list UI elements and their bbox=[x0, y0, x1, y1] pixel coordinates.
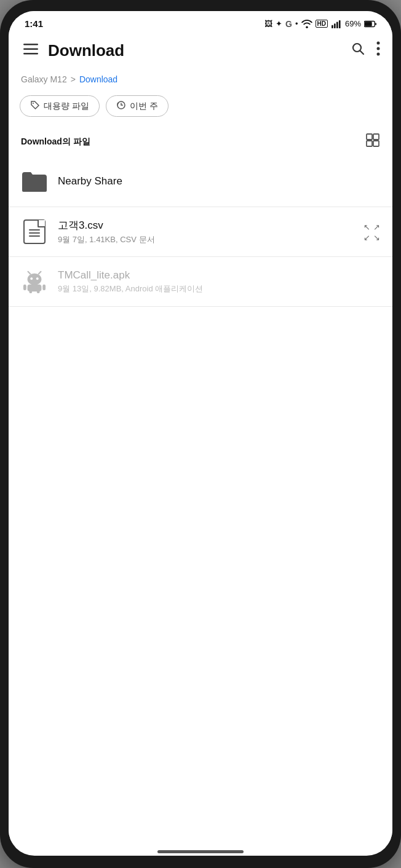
filter-large-files[interactable]: 대용량 파일 bbox=[20, 95, 100, 117]
breadcrumb-current[interactable]: Download bbox=[79, 74, 117, 84]
breadcrumb-parent[interactable]: Galaxy M12 bbox=[21, 74, 67, 84]
arrow-se: ↘ bbox=[373, 234, 380, 242]
svg-point-13 bbox=[377, 47, 380, 50]
svg-rect-2 bbox=[336, 22, 338, 28]
apk-file-icon bbox=[23, 270, 46, 293]
svg-rect-3 bbox=[339, 20, 341, 28]
svg-rect-29 bbox=[42, 285, 46, 291]
file-item-apk[interactable]: TMCall_lite.apk 9월 13일, 9.82MB, Android … bbox=[9, 257, 392, 307]
notification-icon: 🖼 bbox=[264, 19, 272, 28]
csv-file-icon bbox=[23, 219, 46, 244]
phone-shell: 1:41 🖼 ✦ G • HD bbox=[0, 0, 401, 868]
folder-info: Nearby Share bbox=[58, 175, 380, 189]
status-bar: 1:41 🖼 ✦ G • HD bbox=[9, 11, 392, 34]
section-title: Download의 파일 bbox=[21, 136, 90, 148]
arrow-ne: ↗ bbox=[373, 223, 380, 231]
svg-rect-7 bbox=[23, 44, 38, 45]
status-icons: 🖼 ✦ G • HD 69% bbox=[264, 19, 376, 29]
apk-file-name: TMCall_lite.apk bbox=[58, 269, 380, 282]
wifi-icon bbox=[301, 20, 312, 28]
svg-point-23 bbox=[30, 277, 33, 280]
csv-file-name: 고객3.csv bbox=[58, 218, 353, 232]
app-bar: Download bbox=[9, 34, 392, 69]
svg-line-26 bbox=[39, 272, 41, 274]
file-list: Nearby Share 고객3.csv 9월 7일, 1 bbox=[9, 157, 392, 843]
svg-rect-0 bbox=[332, 25, 333, 28]
svg-point-15 bbox=[33, 103, 34, 104]
svg-point-14 bbox=[377, 53, 380, 56]
signal-icon bbox=[331, 20, 342, 28]
page-title: Download bbox=[48, 41, 348, 60]
menu-button[interactable] bbox=[18, 40, 43, 61]
dot-icon: • bbox=[295, 19, 298, 28]
svg-line-25 bbox=[28, 272, 31, 274]
svg-rect-6 bbox=[375, 23, 376, 25]
svg-rect-5 bbox=[365, 22, 372, 26]
battery-level: 69% bbox=[345, 19, 361, 28]
apk-file-meta: 9월 13일, 9.82MB, Android 애플리케이션 bbox=[58, 283, 380, 294]
svg-point-22 bbox=[28, 274, 42, 285]
svg-rect-9 bbox=[23, 53, 38, 55]
csv-icon-wrap bbox=[21, 218, 48, 245]
file-item-csv[interactable]: 고객3.csv 9월 7일, 1.41KB, CSV 문서 ↖ ↗ ↙ ↘ bbox=[9, 207, 392, 257]
svg-rect-18 bbox=[367, 134, 372, 140]
breadcrumb-chevron: > bbox=[71, 74, 76, 84]
folder-icon-wrap bbox=[21, 168, 48, 195]
folder-icon bbox=[21, 171, 48, 193]
history-icon bbox=[116, 100, 126, 112]
home-bar[interactable] bbox=[157, 850, 244, 853]
svg-rect-30 bbox=[29, 291, 32, 293]
tag-icon bbox=[30, 100, 40, 112]
svg-rect-21 bbox=[373, 141, 379, 146]
filter-large-files-label: 대용량 파일 bbox=[44, 101, 89, 112]
svg-point-24 bbox=[36, 277, 39, 280]
filter-this-week-label: 이번 주 bbox=[130, 101, 158, 112]
arrow-nw: ↖ bbox=[363, 223, 370, 231]
app-bar-actions bbox=[348, 39, 383, 62]
svg-rect-19 bbox=[373, 134, 379, 140]
svg-point-12 bbox=[377, 42, 380, 45]
csv-file-info: 고객3.csv 9월 7일, 1.41KB, CSV 문서 bbox=[58, 218, 353, 245]
section-header: Download의 파일 bbox=[9, 125, 392, 157]
apk-icon-wrap bbox=[21, 268, 48, 295]
svg-rect-31 bbox=[37, 291, 40, 293]
breadcrumb: Galaxy M12 > Download bbox=[9, 69, 392, 90]
svg-rect-20 bbox=[367, 141, 372, 146]
expand-button[interactable]: ↖ ↗ ↙ ↘ bbox=[363, 223, 380, 240]
star-icon: ✦ bbox=[276, 19, 282, 28]
filter-this-week[interactable]: 이번 주 bbox=[106, 95, 169, 117]
apk-file-info: TMCall_lite.apk 9월 13일, 9.82MB, Android … bbox=[58, 269, 380, 294]
svg-line-11 bbox=[360, 51, 364, 55]
svg-rect-28 bbox=[23, 285, 26, 291]
arrow-sw: ↙ bbox=[363, 234, 370, 242]
battery-icon bbox=[364, 20, 376, 28]
svg-rect-27 bbox=[28, 285, 42, 291]
svg-rect-8 bbox=[23, 49, 38, 50]
csv-file-meta: 9월 7일, 1.41KB, CSV 문서 bbox=[58, 234, 353, 245]
search-button[interactable] bbox=[348, 39, 368, 62]
filter-row: 대용량 파일 이번 주 bbox=[9, 90, 392, 125]
status-time: 1:41 bbox=[25, 18, 43, 29]
file-item-nearby-share[interactable]: Nearby Share bbox=[9, 157, 392, 207]
phone-screen: 1:41 🖼 ✦ G • HD bbox=[9, 11, 392, 856]
svg-rect-1 bbox=[334, 23, 336, 28]
google-icon: G bbox=[285, 19, 292, 29]
more-button[interactable] bbox=[374, 39, 383, 62]
folder-name: Nearby Share bbox=[58, 175, 380, 187]
grid-view-button[interactable] bbox=[365, 133, 380, 151]
hd-badge: HD bbox=[316, 20, 328, 28]
